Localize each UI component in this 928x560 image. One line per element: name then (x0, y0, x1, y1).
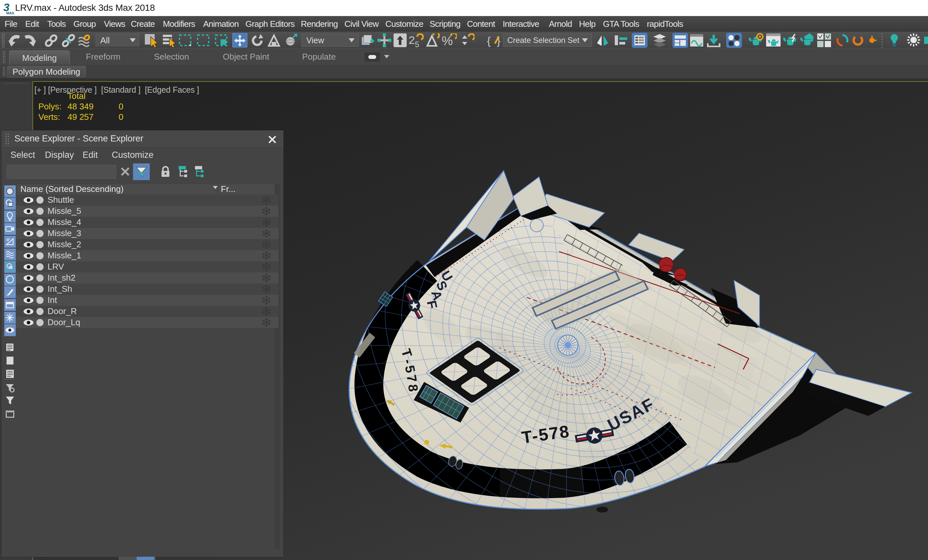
svg-text:8: 8 (406, 383, 421, 392)
